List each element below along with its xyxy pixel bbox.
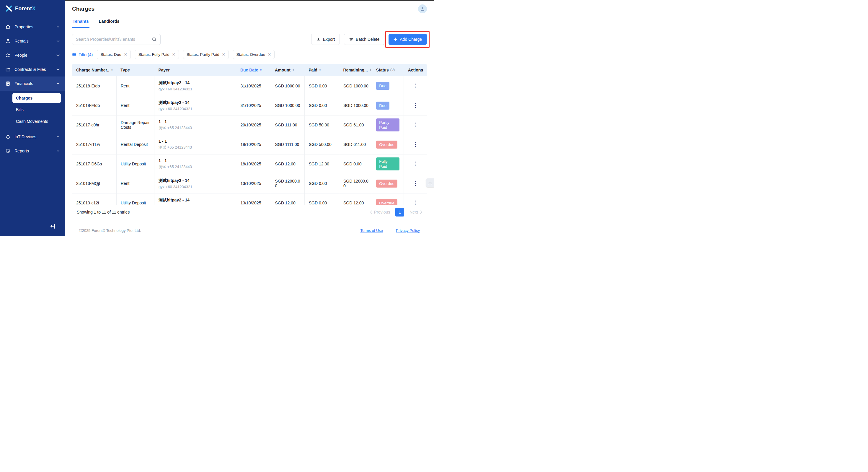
chevron-down-icon bbox=[56, 54, 60, 56]
charge-number-cell: 251018-Etdo bbox=[72, 76, 116, 96]
tab-landlords[interactable]: Landlords bbox=[98, 17, 120, 28]
sidebar-collapse-button[interactable] bbox=[50, 223, 57, 230]
search-input[interactable] bbox=[76, 37, 152, 42]
type-cell: Rent bbox=[116, 174, 154, 193]
sort-icon[interactable]: ▲▼ bbox=[370, 68, 371, 71]
payer-name: 测试hitpay2 - 14 bbox=[159, 198, 232, 203]
column-header-actions: Actions bbox=[404, 64, 427, 76]
due-date-cell: 20/10/2025 bbox=[236, 115, 271, 135]
chevron-left-icon bbox=[370, 210, 372, 214]
row-actions-kebab-icon[interactable]: ⋮ bbox=[413, 141, 418, 148]
chip-close-icon[interactable]: ✕ bbox=[124, 53, 127, 56]
sidebar-item-label: Rentals bbox=[14, 39, 56, 43]
sidebar-item-charges[interactable]: Charges bbox=[12, 93, 61, 103]
charge-number-cell: 251017-iTLw bbox=[72, 135, 116, 154]
column-header-charge-number[interactable]: Charge Number..▲▼ bbox=[72, 64, 116, 76]
export-icon bbox=[316, 37, 321, 42]
page-footer: ©2025 ForentX Technology Pte. Ltd. Terms… bbox=[72, 225, 427, 236]
amount-cell: SGD 1000.00 bbox=[271, 76, 304, 96]
batch-delete-button[interactable]: Batch Delete bbox=[344, 34, 384, 45]
filter-chip-fully-paid: Status: Fully Paid ✕ bbox=[135, 50, 179, 59]
privacy-policy-link[interactable]: Privacy Policy bbox=[396, 228, 420, 233]
status-badge: Due bbox=[376, 82, 390, 90]
amount-cell: SGD 111.00 bbox=[271, 115, 304, 135]
row-actions-kebab-icon[interactable]: ⋮ bbox=[413, 121, 418, 128]
page-title: Charges bbox=[72, 6, 94, 12]
row-actions-kebab-icon[interactable]: ⋮ bbox=[413, 199, 418, 205]
paid-cell: SGD 12.00 bbox=[304, 154, 339, 174]
sort-icon[interactable]: ▲▼ bbox=[319, 68, 321, 71]
chip-close-icon[interactable]: ✕ bbox=[172, 53, 175, 56]
sidebar-item-rentals[interactable]: Rentals bbox=[0, 34, 65, 48]
add-charge-label: Add Charge bbox=[400, 37, 422, 42]
column-header-paid[interactable]: Paid▲▼ bbox=[304, 64, 339, 76]
charge-number-cell: 251013-MQjt bbox=[72, 174, 116, 193]
sidebar-subitem-label: Bills bbox=[16, 107, 24, 112]
row-actions-kebab-icon[interactable]: ⋮ bbox=[413, 82, 418, 89]
page-number-1[interactable]: 1 bbox=[395, 208, 404, 216]
filter-button[interactable]: Filter(4) bbox=[72, 52, 93, 57]
collapse-panel-widget[interactable] bbox=[426, 178, 434, 187]
amount-cell: SGD 12.00 bbox=[271, 193, 304, 205]
column-header-due-date[interactable]: Due Date▲▼ bbox=[236, 64, 271, 76]
add-charge-button[interactable]: Add Charge bbox=[389, 34, 427, 45]
sort-icon[interactable]: ▲▼ bbox=[111, 68, 113, 71]
row-actions-kebab-icon[interactable]: ⋮ bbox=[413, 102, 418, 109]
sort-icon[interactable]: ▲▼ bbox=[292, 68, 294, 71]
type-cell: Rent bbox=[116, 76, 154, 96]
table-header-row: Charge Number..▲▼ Type Payer Due Date▲▼ … bbox=[72, 64, 427, 76]
status-cell: Overdue bbox=[372, 193, 404, 205]
chevron-right-icon bbox=[420, 210, 422, 214]
column-header-remaining[interactable]: Remaining...▲▼ bbox=[339, 64, 372, 76]
export-button[interactable]: Export bbox=[311, 34, 340, 45]
sidebar-item-people[interactable]: People bbox=[0, 48, 65, 62]
user-avatar[interactable] bbox=[418, 4, 427, 13]
chip-label: Status: Fully Paid bbox=[138, 52, 169, 57]
sidebar-item-contracts-files[interactable]: Contracts & Files bbox=[0, 62, 65, 77]
sidebar-item-label: Reports bbox=[14, 149, 56, 153]
sidebar-item-cash-movements[interactable]: Cash Movements bbox=[0, 116, 65, 127]
sidebar-item-properties[interactable]: Properties bbox=[0, 20, 65, 34]
sort-icon[interactable]: ▲▼ bbox=[260, 68, 262, 71]
payer-name: 1 - 1 bbox=[159, 119, 232, 124]
payer-cell: 测试hitpay2 - 14gyx +60 341234321 bbox=[154, 96, 236, 115]
status-badge: Due bbox=[376, 101, 390, 110]
export-label: Export bbox=[323, 37, 335, 42]
chip-close-icon[interactable]: ✕ bbox=[268, 53, 271, 56]
column-header-payer: Payer bbox=[154, 64, 236, 76]
terms-of-use-link[interactable]: Terms of Use bbox=[361, 228, 383, 233]
sidebar-item-iot-devices[interactable]: IoT Devices bbox=[0, 130, 65, 144]
column-header-status: Status? bbox=[372, 64, 404, 76]
remaining-cell: SGD 611.00 bbox=[339, 135, 372, 154]
search-icon[interactable] bbox=[152, 37, 157, 42]
sidebar-item-label: Properties bbox=[14, 25, 56, 29]
chip-close-icon[interactable]: ✕ bbox=[222, 53, 225, 56]
due-date-cell: 31/10/2025 bbox=[236, 76, 271, 96]
status-help-icon[interactable]: ? bbox=[390, 68, 395, 72]
tab-tenants[interactable]: Tenants bbox=[72, 17, 89, 28]
row-actions-kebab-icon[interactable]: ⋮ bbox=[413, 160, 418, 167]
remaining-cell: SGD 61.00 bbox=[339, 115, 372, 135]
brand-logo[interactable]: ForentX bbox=[0, 0, 65, 18]
filter-label: Filter(4) bbox=[79, 52, 93, 57]
actions-cell: ⋮ bbox=[404, 193, 427, 205]
sidebar-item-financials[interactable]: Financials bbox=[0, 77, 65, 91]
brand-name: ForentX bbox=[15, 6, 35, 12]
previous-page-button[interactable]: Previous bbox=[370, 210, 390, 214]
chevron-down-icon bbox=[56, 26, 60, 28]
status-badge: Partly Paid bbox=[376, 118, 399, 131]
next-page-button[interactable]: Next bbox=[409, 210, 422, 214]
remaining-cell: SGD 0.00 bbox=[339, 154, 372, 174]
sidebar-item-bills[interactable]: Bills bbox=[0, 104, 65, 116]
sidebar-subitem-label: Charges bbox=[16, 96, 32, 100]
paid-cell: SGD 0.00 bbox=[304, 193, 339, 205]
sidebar-item-reports[interactable]: Reports bbox=[0, 144, 65, 158]
paid-cell: SGD 500.00 bbox=[304, 135, 339, 154]
reports-icon bbox=[5, 148, 11, 154]
sidebar-item-label: IoT Devices bbox=[14, 135, 56, 139]
row-actions-kebab-icon[interactable]: ⋮ bbox=[413, 180, 418, 187]
payer-cell: 测试hitpay2 - 14gyx +60 341234321 bbox=[154, 174, 236, 193]
amount-cell: SGD 12000.00 bbox=[271, 174, 304, 193]
payer-contact: gyx +60 341234321 bbox=[159, 87, 232, 91]
column-header-amount[interactable]: Amount▲▼ bbox=[271, 64, 304, 76]
